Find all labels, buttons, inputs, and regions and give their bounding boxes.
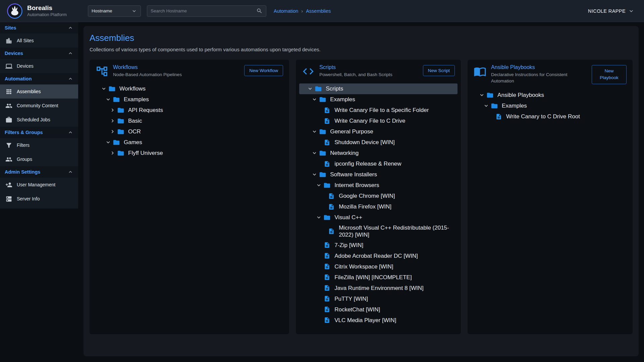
tree-file-microsoft-visual-c-redistributable-2015-2022-win[interactable]: Microsoft Visual C++ Redistributable (20… [299,223,458,240]
tree-folder-visual-c[interactable]: Visual C++ [299,212,458,223]
tree-folder-examples[interactable]: Examples [93,94,286,105]
file-icon [324,252,330,259]
expand-toggle[interactable] [482,102,490,110]
tree-item-label: Write Canary File to a Specific Folder [334,105,429,115]
tree-file-putty-win[interactable]: PuTTY [WIN] [299,293,458,304]
expand-toggle[interactable] [108,106,116,114]
card-scripts: ScriptsPowershell, Batch, and Bash Scrip… [296,60,461,334]
tree-item-label: 7-Zip [WIN] [334,240,363,250]
card-workflows: WorkflowsNode-Based Automation Pipelines… [90,60,289,334]
tree-item-icon [327,227,336,236]
file-icon [324,285,330,291]
tree-file-adobe-acrobat-reader-dc-win[interactable]: Adobe Acrobat Reader DC [WIN] [299,250,458,261]
sidebar-item-all-sites[interactable]: All Sites [0,34,78,48]
tree-folder-networking[interactable]: Networking [299,148,458,159]
tree-item-label: General Purpose [330,127,373,136]
new-scripts-button[interactable]: New Script [423,65,455,76]
breadcrumb-item-assemblies[interactable]: Assemblies [306,8,331,14]
sidebar-item-label: User Management [17,182,55,187]
expand-toggle[interactable] [310,96,318,104]
city-icon [5,37,12,44]
sidebar-item-filters[interactable]: Filters [0,138,78,152]
sidebar-section-filters-groups[interactable]: Filters & Groups [0,127,78,138]
expand-toggle[interactable] [310,128,318,136]
tree-folder-examples[interactable]: Examples [299,94,458,105]
tree-file-ipconfig-release-renew[interactable]: ipconfig Release & Renew [299,159,458,169]
tree-indent [315,138,323,146]
sidebar-item-devices[interactable]: Devices [0,59,78,73]
sidebar-section-devices[interactable]: Devices [0,48,78,59]
tree-file-filezilla-win-incomplete[interactable]: FileZilla [WIN] [INCOMPLETE] [299,272,458,283]
expand-toggle[interactable] [108,117,116,125]
tree-file-write-canary-to-c-drive-root[interactable]: Write Canary to C Drive Root [471,111,629,122]
tree-file-rocketchat-win[interactable]: RocketChat [WIN] [299,304,458,315]
chevron-up-icon [67,50,73,56]
sidebar-item-groups[interactable]: Groups [0,152,78,166]
tree-folder-ocr[interactable]: OCR [93,126,286,137]
person-add-icon [5,181,12,188]
file-icon [495,113,502,120]
tree-folder-basic[interactable]: Basic [93,116,286,126]
breadcrumb-item-automation[interactable]: Automation [274,8,298,14]
folder-icon [319,96,326,103]
tree-item-label: Adobe Acrobat Reader DC [WIN] [334,251,418,261]
expand-toggle[interactable] [108,128,116,136]
tree-item-label: Internet Browsers [334,180,379,190]
tree-file-mozilla-firefox-win[interactable]: Mozilla Firefox [WIN] [299,201,458,212]
tree-item-icon [116,117,125,125]
tree-folder-internet-browsers[interactable]: Internet Browsers [299,180,458,191]
user-menu[interactable]: NICOLE RAPPE [588,8,644,14]
tree-folder-software-installers[interactable]: Software Installers [299,169,458,180]
tree-folder-workflows[interactable]: Workflows [93,83,286,94]
tree-file-java-runtime-environment-8-win[interactable]: Java Runtime Environment 8 [WIN] [299,283,458,293]
tree-folder-games[interactable]: Games [93,137,286,148]
expand-toggle[interactable] [306,85,314,93]
tree-file-write-canary-file-to-a-specific-folder[interactable]: Write Canary File to a Specific Folder [299,105,458,116]
tree-item-label: API Requests [128,105,163,115]
chevron-down-icon [131,8,137,14]
expand-toggle[interactable] [315,214,323,222]
tree-item-label: Examples [124,95,149,104]
expand-toggle[interactable] [310,171,318,179]
expand-toggle[interactable] [104,96,112,104]
tree-folder-flyff-universe[interactable]: Flyff Universe [93,148,286,159]
sidebar-item-community-content[interactable]: Community Content [0,99,78,113]
expand-toggle[interactable] [310,149,318,157]
tree-file-google-chrome-win[interactable]: Google Chrome [WIN] [299,191,458,201]
folder-icon [319,171,326,178]
new-workflows-button[interactable]: New Workflow [244,65,283,76]
sidebar-item-server-info[interactable]: Server Info [0,192,78,206]
tree-folder-examples[interactable]: Examples [471,101,629,111]
hostname-dropdown[interactable]: Hostname [88,5,141,17]
tree-item-icon [116,149,125,158]
tree-file-write-canary-file-to-c-drive[interactable]: Write Canary File to C Drive [299,116,458,126]
tree-folder-general-purpose[interactable]: General Purpose [299,126,458,137]
new-ansible-playbooks-button[interactable]: New Playbook [592,65,627,84]
tree-file-vlc-media-player-win[interactable]: VLC Media Player [WIN] [299,315,458,325]
tree-folder-scripts[interactable]: Scripts [299,83,458,94]
expand-toggle[interactable] [104,138,112,146]
tree-file-shutdown-device-win[interactable]: Shutdown Device [WIN] [299,137,458,148]
tree-folder-ansible-playbooks[interactable]: Ansible Playbooks [471,90,629,101]
expand-toggle[interactable] [478,91,486,99]
chevron-down-icon [316,214,322,221]
sidebar-section-admin-settings[interactable]: Admin Settings [0,166,78,178]
expand-toggle[interactable] [315,181,323,189]
sidebar-item-label: Community Content [17,103,58,108]
sidebar-item-scheduled-jobs[interactable]: Scheduled Jobs [0,113,78,127]
tree-file-7-zip-win[interactable]: 7-Zip [WIN] [299,240,458,250]
sidebar-section-automation[interactable]: Automation [0,73,78,84]
laptop-icon [5,63,12,70]
tree-item-icon [323,213,331,222]
tree-item-icon [323,262,331,271]
tree-file-citrix-workspace-win[interactable]: Citrix Workspace [WIN] [299,261,458,272]
sidebar-item-user-management[interactable]: User Management [0,178,78,192]
tree-item-label: OCR [128,127,141,136]
sidebar-section-sites[interactable]: Sites [0,22,78,34]
tree-folder-api-requests[interactable]: API Requests [93,105,286,116]
expand-toggle[interactable] [100,85,108,93]
search-input[interactable] [151,8,256,13]
sidebar-item-assemblies[interactable]: Assemblies [0,84,78,99]
card-header: WorkflowsNode-Based Automation Pipelines… [90,64,289,78]
expand-toggle[interactable] [108,149,116,157]
